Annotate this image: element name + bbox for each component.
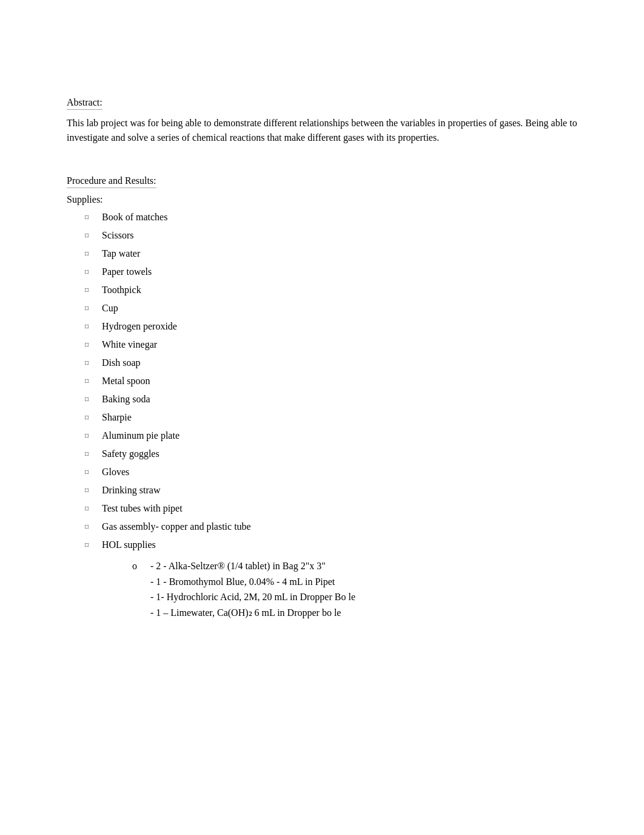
- list-item-gloves: □Gloves: [85, 465, 577, 479]
- supplies-label: Supplies:: [67, 194, 577, 205]
- bullet-icon: □: [85, 212, 97, 221]
- list-item-sharpie: □Sharpie: [85, 410, 577, 425]
- bullet-icon: □: [85, 540, 97, 549]
- item-text: Drinking straw: [102, 483, 160, 498]
- item-text: HOL supplies: [102, 538, 355, 552]
- abstract-label: Abstract:: [67, 97, 102, 110]
- bullet-icon: □: [85, 467, 97, 476]
- list-item-baking-soda: □Baking soda: [85, 392, 577, 407]
- item-text: Tap water: [102, 246, 140, 261]
- bullet-icon: □: [85, 522, 97, 531]
- item-text: Gas assembly- copper and plastic tube: [102, 519, 251, 534]
- bullet-icon: □: [85, 231, 97, 240]
- hol-sub-line-0: - 2 - Alka-Seltzer® (1/4 tablet) in Bag …: [150, 558, 355, 574]
- bullet-icon: □: [85, 504, 97, 513]
- bullet-icon: □: [85, 303, 97, 313]
- hol-sub-list: o- 2 - Alka-Seltzer® (1/4 tablet) in Bag…: [132, 558, 355, 620]
- item-text: Toothpick: [102, 283, 141, 297]
- item-text: Safety goggles: [102, 447, 159, 461]
- bullet-icon: □: [85, 285, 97, 294]
- item-text: Scissors: [102, 228, 133, 243]
- procedure-section: Procedure and Results: Supplies: □Book o…: [67, 175, 577, 624]
- hol-sub-line-1: - 1 - Bromothymol Blue, 0.04% - 4 mL in …: [150, 574, 355, 590]
- bullet-icon: □: [85, 449, 97, 458]
- bullet-icon: □: [85, 376, 97, 385]
- item-text: Gloves: [102, 465, 129, 479]
- item-text: Metal spoon: [102, 374, 150, 388]
- list-item-tap-water: □Tap water: [85, 246, 577, 261]
- supplies-list: □Book of matches□Scissors□Tap water□Pape…: [85, 210, 577, 624]
- list-item-test-tubes: □Test tubes with pipet: [85, 501, 577, 516]
- list-item-book-of-matches: □Book of matches: [85, 210, 577, 225]
- abstract-text: This lab project was for being able to d…: [67, 116, 577, 145]
- bullet-icon: □: [85, 485, 97, 495]
- item-text: White vinegar: [102, 337, 157, 352]
- abstract-section: Abstract: This lab project was for being…: [67, 97, 577, 145]
- hol-sub-line-3: - 1 – Limewater, Ca(OH)₂ 6 mL in Dropper…: [150, 605, 355, 621]
- list-item-hol-supplies: □HOL supplieso- 2 - Alka-Seltzer® (1/4 t…: [85, 538, 577, 624]
- hol-sub-item: o- 2 - Alka-Seltzer® (1/4 tablet) in Bag…: [132, 558, 355, 620]
- bullet-icon: □: [85, 394, 97, 404]
- item-text: Test tubes with pipet: [102, 501, 183, 516]
- list-item-cup: □Cup: [85, 301, 577, 316]
- procedure-label: Procedure and Results:: [67, 175, 156, 188]
- list-item-paper-towels: □Paper towels: [85, 265, 577, 279]
- list-item-hydrogen-peroxide: □Hydrogen peroxide: [85, 319, 577, 334]
- item-text: Baking soda: [102, 392, 150, 407]
- bullet-icon: □: [85, 413, 97, 422]
- list-item-dish-soap: □Dish soap: [85, 356, 577, 370]
- list-item-white-vinegar: □White vinegar: [85, 337, 577, 352]
- bullet-icon: □: [85, 431, 97, 440]
- item-text: Hydrogen peroxide: [102, 319, 177, 334]
- bullet-icon: □: [85, 267, 97, 276]
- bullet-icon: □: [85, 249, 97, 258]
- list-item-metal-spoon: □Metal spoon: [85, 374, 577, 388]
- item-text: Paper towels: [102, 265, 152, 279]
- bullet-icon: □: [85, 322, 97, 331]
- list-item-drinking-straw: □Drinking straw: [85, 483, 577, 498]
- list-item-scissors: □Scissors: [85, 228, 577, 243]
- item-text: Aluminum pie plate: [102, 428, 179, 443]
- list-item-safety-goggles: □Safety goggles: [85, 447, 577, 461]
- hol-o-label: o: [132, 558, 150, 574]
- list-item-gas-assembly: □Gas assembly- copper and plastic tube: [85, 519, 577, 534]
- item-text: Book of matches: [102, 210, 167, 225]
- list-item-toothpick: □Toothpick: [85, 283, 577, 297]
- item-text: Cup: [102, 301, 118, 316]
- hol-sub-line-2: - 1- Hydrochloric Acid, 2M, 20 mL in Dro…: [150, 589, 355, 605]
- item-text: Sharpie: [102, 410, 132, 425]
- hol-sub-lines: - 2 - Alka-Seltzer® (1/4 tablet) in Bag …: [150, 558, 355, 620]
- list-item-aluminum-pie-plate: □Aluminum pie plate: [85, 428, 577, 443]
- bullet-icon: □: [85, 340, 97, 349]
- bullet-icon: □: [85, 358, 97, 367]
- item-text: Dish soap: [102, 356, 141, 370]
